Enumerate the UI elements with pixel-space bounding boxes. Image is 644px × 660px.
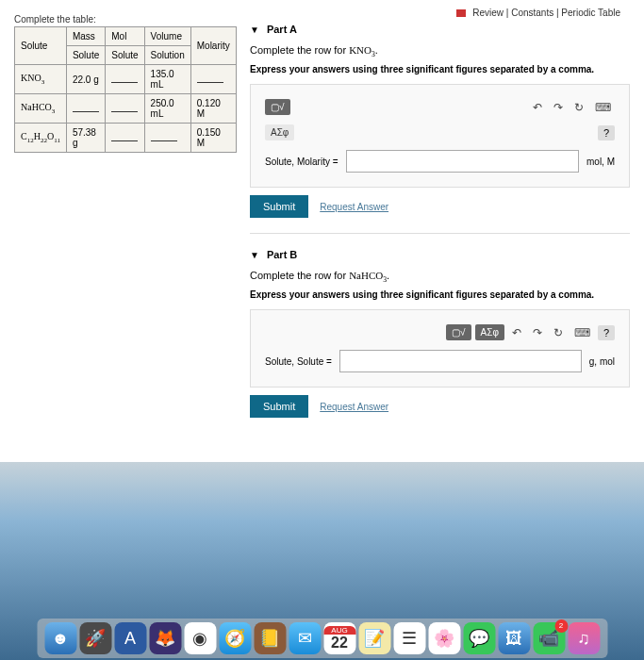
undo-icon[interactable]: ↶ [508,326,525,339]
part-a-label: Solute, Molarity = [265,157,339,167]
redo-icon[interactable]: ↷ [550,101,567,114]
keyboard-icon[interactable]: ⌨ [570,326,594,339]
appstore-icon[interactable]: A [114,622,146,654]
cell-mass: 22.0 g [66,65,105,94]
symbols-button[interactable]: ΑΣφ [265,124,294,140]
cell-molar [190,65,236,94]
chevron-down-icon: ▼ [250,250,259,260]
th-solute: Solute [15,27,67,65]
th-vol2: Solution [144,46,190,65]
photos-icon[interactable]: 🌸 [428,622,460,654]
launchpad-icon[interactable]: 🚀 [79,622,111,654]
part-b-input-row: Solute, Solute = g, mol [265,350,615,372]
part-b-unit: g, mol [589,356,615,367]
part-a-header[interactable]: ▼ Part A [250,24,630,35]
part-b-submit-row: Submit Request Answer [250,395,630,418]
part-a-input[interactable] [346,150,579,173]
part-a-toolbar2: ΑΣφ ? [265,124,615,140]
th-mol2: Solute [106,46,144,65]
part-b-answer-box: ▢√ ΑΣφ ↶ ↷ ↻ ⌨ ? Solute, Solute = g, mol [250,309,630,388]
help-icon[interactable]: ? [598,125,615,140]
top-links: Review | Constants | Periodic Table [456,8,620,18]
part-b-toolbar: ▢√ ΑΣφ ↶ ↷ ↻ ⌨ ? [265,324,615,340]
part-a-answer-box: ▢√ ↶ ↷ ↻ ⌨ ΑΣφ ? Solute, Molarity = mol,… [250,84,630,188]
reset-icon[interactable]: ↻ [550,326,567,339]
cell-mass: 57.38 g [66,124,105,153]
redo-icon[interactable]: ↷ [529,326,546,339]
notes-icon[interactable]: 📝 [358,622,390,654]
part-b-header[interactable]: ▼ Part B [250,249,630,260]
itunes-icon[interactable]: ♫ [568,622,600,654]
cell-solute: NaHCO3 [15,94,67,124]
reset-icon[interactable]: ↻ [570,101,587,114]
template-icon[interactable]: ▢√ [265,99,290,115]
reminders-icon[interactable]: ☰ [393,622,425,654]
th-molarity: Molarity [190,27,236,65]
messages-icon[interactable]: 💬 [463,622,495,654]
finder-icon[interactable]: ☻ [44,622,76,654]
part-a-title: Part A [267,24,297,35]
symbols-button[interactable]: ΑΣφ [475,324,504,340]
table-title: Complete the table: [14,14,231,25]
template-icon[interactable]: ▢√ [446,324,471,340]
periodic-link[interactable]: Periodic Table [561,8,620,18]
part-a-submit-row: Submit Request Answer [250,195,630,218]
keyboard-icon[interactable]: ⌨ [591,101,615,114]
chevron-down-icon: ▼ [250,25,259,35]
table-row: KNO3 22.0 g 135.0 mL [15,65,237,94]
badge: 2 [554,619,568,633]
help-icon[interactable]: ? [598,325,615,340]
part-b-label: Solute, Solute = [265,356,332,367]
preview-icon[interactable]: 🖼 [498,622,530,654]
part-b-input[interactable] [339,350,582,372]
facetime-icon[interactable]: 📹2 [533,622,565,654]
table-row: NaHCO3 250.0 mL 0.120 M [15,94,237,124]
calendar-icon[interactable]: AUG22 [323,622,355,654]
cell-solute: C12H22O11 [15,124,67,153]
th-mol: Mol [106,27,144,46]
cell-molar: 0.150 M [190,124,236,153]
cell-vol: 250.0 mL [144,94,190,124]
problem-table-panel: Complete the table: Solute Mass Mol Volu… [14,14,231,448]
safari-icon[interactable]: 🧭 [219,622,251,654]
part-b-title: Part B [267,249,297,260]
request-answer-link[interactable]: Request Answer [320,202,388,212]
cell-mass [66,94,105,124]
table-row: C12H22O11 57.38 g 0.150 M [15,124,237,153]
macos-dock: ☻ 🚀 A 🦊 ◉ 🧭 📒 ✉ AUG22 📝 ☰ 🌸 💬 🖼 📹2 ♫ [37,619,607,658]
answer-panel: ▼ Part A Complete the row for KNO3. Expr… [250,14,630,448]
mail-icon[interactable]: ✉ [289,622,321,654]
flag-icon [456,9,466,17]
request-answer-link[interactable]: Request Answer [320,402,388,412]
submit-button[interactable]: Submit [250,195,308,218]
chrome-icon[interactable]: ◉ [184,622,216,654]
separator [250,233,630,234]
cell-solute: KNO3 [15,65,67,94]
cell-molar: 0.120 M [190,94,236,124]
contacts-icon[interactable]: 📒 [254,622,286,654]
part-a-bold: Express your answers using three signifi… [250,64,630,74]
cell-mol [106,65,144,94]
review-link[interactable]: Review [472,8,504,18]
part-b-bold: Express your answers using three signifi… [250,289,630,300]
cell-vol: 135.0 mL [144,65,190,94]
constants-link[interactable]: Constants [511,8,553,18]
part-a-toolbar: ▢√ ↶ ↷ ↻ ⌨ [265,99,615,115]
cell-mol [106,124,144,153]
part-a-instruction: Complete the row for KNO3. [250,44,630,58]
submit-button[interactable]: Submit [250,395,308,418]
part-b-instruction: Complete the row for NaHCO3. [250,270,630,284]
cell-mol [106,94,144,124]
part-a-input-row: Solute, Molarity = mol, M [265,150,615,173]
th-vol: Volume [144,27,190,46]
th-mass2: Solute [66,46,105,65]
firefox-icon[interactable]: 🦊 [149,622,181,654]
th-mass: Mass [66,27,105,46]
part-a-unit: mol, M [586,157,615,167]
cell-vol [144,124,190,153]
undo-icon[interactable]: ↶ [529,101,546,114]
data-table: Solute Mass Mol Volume Molarity Solute S… [14,26,237,153]
